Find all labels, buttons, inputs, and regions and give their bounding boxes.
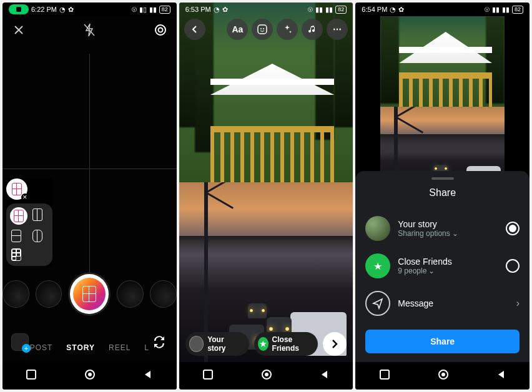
whatsapp-icon: ◔ xyxy=(214,6,220,14)
android-navbar xyxy=(355,362,530,390)
your-story-button[interactable]: Your story xyxy=(185,332,249,356)
effects-tool-icon[interactable] xyxy=(277,19,298,40)
gazebo-illustration xyxy=(210,64,335,182)
svg-point-4 xyxy=(88,373,92,376)
signal-icon: ▮▮ xyxy=(315,6,323,14)
mode-reel[interactable]: REEL xyxy=(109,343,131,352)
share-button[interactable]: Share xyxy=(365,330,520,353)
more-tools-icon[interactable]: ⋯ xyxy=(327,19,348,40)
next-button[interactable] xyxy=(323,332,347,356)
settings-status-icon: ✿ xyxy=(398,6,404,14)
share-close-friends-row[interactable]: ★ Close Friends 9 people⌄ xyxy=(365,247,520,285)
back-arrow-icon[interactable] xyxy=(184,19,205,40)
sticker-tool-icon[interactable] xyxy=(252,19,273,40)
volte-icon: ⓥ xyxy=(308,6,313,13)
your-story-label: Your story xyxy=(398,219,498,229)
recent-apps-icon[interactable] xyxy=(379,369,390,383)
svg-point-6 xyxy=(260,28,262,29)
signal-icon-2: ▮▮ xyxy=(502,6,510,14)
android-navbar xyxy=(179,362,353,390)
svg-point-0 xyxy=(155,25,165,35)
camera-indicator-icon xyxy=(9,4,29,14)
status-bar: 6:53 PM◔✿ ⓥ▮▮▮▮82 xyxy=(179,2,353,16)
layout-option-1-2[interactable] xyxy=(32,208,47,223)
home-icon[interactable] xyxy=(84,368,96,383)
home-icon[interactable] xyxy=(437,368,450,383)
mode-story[interactable]: STORY xyxy=(66,343,95,352)
star-icon: ★ xyxy=(365,253,390,278)
share-your-story-row[interactable]: Your story Sharing options⌄ xyxy=(365,210,520,247)
music-tool-icon[interactable] xyxy=(302,19,323,40)
avatar-icon xyxy=(365,216,390,241)
effect-thumb-1[interactable] xyxy=(2,280,29,308)
story-preview xyxy=(380,16,505,197)
volte-icon: ⓥ xyxy=(485,6,490,13)
status-time: 6:53 PM xyxy=(185,6,211,13)
signal-icon: ▮▯ xyxy=(139,6,147,14)
back-icon[interactable] xyxy=(320,370,330,382)
layout-option-1-1v[interactable] xyxy=(32,230,47,242)
share-bottom-sheet: Share Your story Sharing options⌄ ★ Clos… xyxy=(355,171,530,362)
phone-share-sheet: 6:54 PM◔✿ ⓥ▮▮▮▮82 Share Your story Shari… xyxy=(355,2,530,390)
close-icon[interactable] xyxy=(10,21,27,39)
phone-story-editor: 6:53 PM◔✿ ⓥ▮▮▮▮82 Aa ⋯ Your story ★Close… xyxy=(179,2,353,390)
status-bar: 6:22 PM ◔ ✿ ⓥ ▮▯ ▮▮ 82 xyxy=(2,2,177,16)
whatsapp-icon: ◔ xyxy=(390,6,396,14)
battery-icon: 82 xyxy=(335,6,347,14)
message-label: Message xyxy=(398,298,508,308)
chevron-down-icon: ⌄ xyxy=(428,267,435,275)
phone-camera-screen: 6:22 PM ◔ ✿ ⓥ ▮▯ ▮▮ 82 ✕ xyxy=(2,2,177,390)
your-story-radio[interactable] xyxy=(506,222,520,235)
grid-icon xyxy=(82,286,96,302)
svg-point-1 xyxy=(158,28,162,32)
android-navbar xyxy=(2,362,177,390)
signal-icon-2: ▮▮ xyxy=(149,6,157,14)
send-icon xyxy=(365,291,390,316)
close-friends-button[interactable]: ★Close Friends xyxy=(254,332,318,356)
your-story-label: Your story xyxy=(207,335,240,353)
battery-icon: 82 xyxy=(512,6,523,14)
layout-mode-button[interactable]: ✕ xyxy=(6,179,27,200)
drag-handle[interactable] xyxy=(431,177,454,180)
close-friends-count[interactable]: 9 people xyxy=(398,267,426,275)
effect-thumb-3[interactable] xyxy=(117,280,144,308)
signal-icon: ▮▮ xyxy=(492,6,500,14)
status-bar: 6:54 PM◔✿ ⓥ▮▮▮▮82 xyxy=(355,2,530,16)
layout-option-2x2[interactable] xyxy=(10,207,27,225)
svg-point-13 xyxy=(441,373,445,376)
layout-option-3x2[interactable] xyxy=(11,248,26,261)
signal-icon-2: ▮▮ xyxy=(325,6,333,14)
battery-icon: 82 xyxy=(159,6,170,14)
share-message-row[interactable]: Message › xyxy=(365,285,520,322)
sharing-options-label[interactable]: Sharing options xyxy=(398,229,450,238)
home-icon[interactable] xyxy=(260,368,273,383)
mode-live[interactable]: L xyxy=(144,343,149,352)
status-time: 6:54 PM xyxy=(362,6,387,13)
sheet-title: Share xyxy=(365,187,520,198)
close-friends-label: Close Friends xyxy=(398,257,498,267)
svg-rect-5 xyxy=(258,25,267,34)
recent-apps-icon[interactable] xyxy=(26,369,37,383)
close-layout-icon[interactable]: ✕ xyxy=(21,194,29,201)
settings-icon[interactable] xyxy=(152,21,169,39)
text-tool-button[interactable]: Aa xyxy=(227,19,248,40)
recent-apps-icon[interactable] xyxy=(202,369,214,383)
back-icon[interactable] xyxy=(496,370,506,382)
svg-point-10 xyxy=(265,373,268,376)
svg-rect-2 xyxy=(27,370,36,379)
switch-camera-icon[interactable] xyxy=(150,333,168,351)
effect-thumb-2[interactable] xyxy=(36,280,62,308)
settings-status-icon: ✿ xyxy=(68,6,74,14)
volte-icon: ⓥ xyxy=(132,6,137,13)
whatsapp-icon: ◔ xyxy=(59,6,66,14)
svg-rect-8 xyxy=(204,370,212,379)
shutter-button[interactable] xyxy=(68,272,111,316)
chevron-right-icon: › xyxy=(516,298,520,309)
effect-thumb-4[interactable] xyxy=(150,280,177,308)
layout-option-2-1[interactable] xyxy=(11,230,26,242)
close-friends-radio[interactable] xyxy=(506,259,520,273)
status-time: 6:22 PM xyxy=(31,6,57,13)
mode-post[interactable]: POST xyxy=(30,343,53,352)
back-icon[interactable] xyxy=(143,370,153,382)
flash-off-icon[interactable] xyxy=(81,21,98,39)
